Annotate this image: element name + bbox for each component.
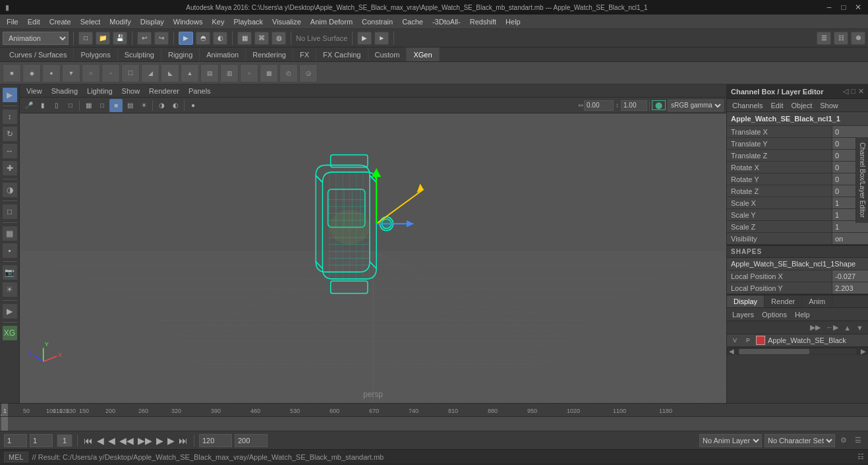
viewport-canvas[interactable]: X Y Z persp <box>20 113 726 403</box>
vp-wireframe-btn[interactable]: □ <box>96 99 109 112</box>
tab-display[interactable]: Display <box>727 295 765 307</box>
vp-shaded-btn[interactable]: ■ <box>109 99 123 112</box>
open-file-button[interactable]: 📁 <box>96 32 110 45</box>
layer-up-btn[interactable]: ▲ <box>842 323 853 332</box>
minimize-button[interactable]: – <box>825 3 834 12</box>
soft-select-button[interactable]: ◑ <box>2 182 18 198</box>
camera-button[interactable]: 📷 <box>2 264 18 280</box>
vp-gate-mask-btn[interactable]: □ <box>64 99 77 112</box>
shelf-icon-7[interactable]: ☐ <box>121 64 140 82</box>
vp-light-btn[interactable]: ☀ <box>137 99 150 112</box>
snap-to-point-button[interactable]: ▪ <box>2 243 18 259</box>
tab-render[interactable]: Render <box>765 295 802 307</box>
attribute-editor-side-tab[interactable]: Channel Box/Layer Editor <box>855 137 868 223</box>
anim-layer-btn[interactable]: ☰ <box>852 436 864 445</box>
vp-isolate-btn[interactable]: ● <box>187 99 200 112</box>
script-mode-indicator[interactable]: MEL <box>4 452 28 462</box>
vp-menu-view[interactable]: View <box>22 86 46 96</box>
go-to-start-btn[interactable]: ⏮ <box>82 435 94 446</box>
menu-3dtoall[interactable]: -3DtoAll- <box>428 16 465 27</box>
shelf-icon-11[interactable]: ▤ <box>200 64 219 82</box>
menu-key[interactable]: Key <box>208 16 228 27</box>
channel-label-local-pos-x[interactable]: Local Position X <box>727 270 832 282</box>
select-mode-button[interactable]: ▶ <box>2 87 18 103</box>
channel-label-rotate-y[interactable]: Rotate Y <box>727 173 832 185</box>
move-tool-button[interactable]: ↕ <box>2 109 18 125</box>
shelf-icon-1[interactable]: ■ <box>3 64 21 82</box>
channel-label-translate-x[interactable]: Translate X <box>727 126 832 137</box>
go-to-end-btn[interactable]: ⏭ <box>177 435 189 446</box>
layer-color-swatch[interactable] <box>756 336 765 345</box>
menu-create[interactable]: Create <box>45 16 75 27</box>
current-frame-input[interactable] <box>4 434 27 447</box>
next-frame-btn[interactable]: ▶ <box>166 435 176 446</box>
lasso-tool-button[interactable]: ◓ <box>196 32 210 45</box>
shelf-tab-animation[interactable]: Animation <box>200 47 246 61</box>
shelf-icon-3[interactable]: ● <box>42 64 61 82</box>
shelf-tab-custom[interactable]: Custom <box>368 47 407 61</box>
vp-shadow-btn[interactable]: ◑ <box>155 99 168 112</box>
channel-label-visibility[interactable]: Visibility <box>727 233 832 244</box>
vp-menu-shading[interactable]: Shading <box>47 86 82 96</box>
menu-cache[interactable]: Cache <box>398 16 427 27</box>
frame-step-input[interactable] <box>30 434 53 447</box>
layer-playback-btn[interactable]: P <box>743 336 753 345</box>
gamma-selector[interactable]: sRGB gamma <box>668 100 724 111</box>
vp-menu-lighting[interactable]: Lighting <box>83 86 117 96</box>
shelf-icon-8[interactable]: ◢ <box>141 64 159 82</box>
menu-edit[interactable]: Edit <box>24 16 44 27</box>
channel-value-local-pos-x[interactable]: -0.027 <box>832 270 868 282</box>
layer-menu-options[interactable]: Options <box>759 309 790 320</box>
rotate-tool-button[interactable]: ↻ <box>2 126 18 142</box>
shelf-icon-16[interactable]: ◶ <box>299 64 318 82</box>
channel-label-rotate-z[interactable]: Rotate Z <box>727 185 832 197</box>
universal-tool-button[interactable]: ✚ <box>2 160 18 176</box>
vp-textured-btn[interactable]: ▤ <box>123 99 136 112</box>
layer-menu-help[interactable]: Help <box>792 309 813 320</box>
cb-float-btn[interactable]: □ <box>851 87 855 96</box>
channel-label-translate-y[interactable]: Translate Y <box>727 138 832 149</box>
snap-grid-button[interactable]: ▦ <box>237 32 252 45</box>
menu-select[interactable]: Select <box>76 16 105 27</box>
redo-button[interactable]: ↪ <box>154 32 169 45</box>
close-button[interactable]: ✕ <box>854 3 863 12</box>
play-forward-btn[interactable]: ▶▶ <box>136 435 154 446</box>
layer-new-btn[interactable]: ▶▶ <box>808 323 823 332</box>
render-button[interactable]: ▶ <box>357 32 372 45</box>
layer-visibility-btn[interactable]: V <box>730 336 740 345</box>
shelf-icon-6[interactable]: ◦ <box>101 64 120 82</box>
range-start-input[interactable] <box>199 434 232 447</box>
shelf-tab-polygons[interactable]: Polygons <box>74 47 117 61</box>
shelf-icon-2[interactable]: ◆ <box>22 64 41 82</box>
layer-down-btn[interactable]: ▼ <box>854 323 865 332</box>
shelf-icon-13[interactable]: ▫ <box>240 64 258 82</box>
shelf-icon-5[interactable]: ○ <box>82 64 100 82</box>
menu-help[interactable]: Help <box>502 16 525 27</box>
vp-ao-btn[interactable]: ◐ <box>169 99 182 112</box>
scale-input[interactable] <box>621 100 647 111</box>
vp-camera-btn[interactable]: 🎤 <box>22 99 36 112</box>
ch-menu-edit[interactable]: Edit <box>768 100 786 111</box>
shelf-tab-sculpting[interactable]: Sculpting <box>118 47 161 61</box>
shelf-tab-curves[interactable]: Curves / Surfaces <box>3 47 74 61</box>
channel-value-local-pos-y[interactable]: 2.203 <box>832 282 868 294</box>
menu-modify[interactable]: Modify <box>105 16 134 27</box>
snap-point-button[interactable]: ◍ <box>272 32 286 45</box>
translate-x-input[interactable] <box>584 100 614 111</box>
show-manip-button[interactable]: □ <box>2 204 18 220</box>
maximize-button[interactable]: □ <box>839 3 848 12</box>
layer-scroll-right-btn[interactable]: ▶ <box>859 348 868 355</box>
vp-menu-renderer[interactable]: Renderer <box>145 86 183 96</box>
next-key-btn[interactable]: ▶ <box>155 435 165 446</box>
paint-tool-button[interactable]: ◐ <box>213 32 227 45</box>
scale-tool-button[interactable]: ↔ <box>2 143 18 159</box>
render-view-button[interactable]: ▶ <box>2 303 18 319</box>
anim-options-btn[interactable]: ⚙ <box>838 436 850 445</box>
shelf-tab-rendering[interactable]: Rendering <box>246 47 293 61</box>
layer-scrollbar[interactable]: ◀ ▶ <box>727 347 868 355</box>
character-set-selector[interactable]: No Character Set <box>765 434 835 447</box>
workflow-selector[interactable]: Animation Modeling Rigging Rendering <box>3 32 69 45</box>
cb-close-btn[interactable]: ✕ <box>858 87 864 96</box>
shelf-tab-fxcaching[interactable]: FX Caching <box>316 47 368 61</box>
new-file-button[interactable]: □ <box>78 32 93 45</box>
